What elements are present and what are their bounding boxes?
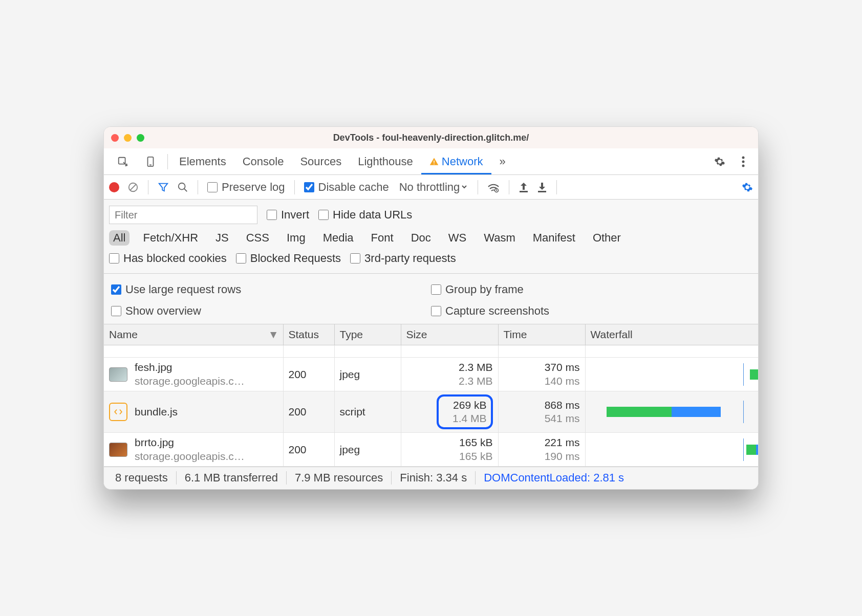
filter-doc[interactable]: Doc [407,230,435,246]
col-time[interactable]: Time [498,324,585,345]
summary-resources: 7.9 MB resources [287,471,391,485]
svg-rect-14 [538,191,546,192]
filter-bar: Invert Hide data URLs All Fetch/XHR JS C… [104,200,758,274]
status-cell: 200 [283,391,334,433]
filter-font[interactable]: Font [367,230,398,246]
status-cell: 200 [283,358,334,391]
waterfall-cell [585,391,758,433]
group-by-frame-checkbox[interactable]: Group by frame [431,279,524,300]
waterfall-cell [585,358,758,391]
disable-cache-checkbox[interactable]: Disable cache [304,181,389,194]
download-har-icon[interactable] [537,182,547,193]
filter-wasm[interactable]: Wasm [480,230,520,246]
third-party-checkbox[interactable]: 3rd-party requests [350,252,456,265]
filter-fetch-xhr[interactable]: Fetch/XHR [139,230,202,246]
upload-har-icon[interactable] [519,182,529,193]
capture-screenshots-checkbox[interactable]: Capture screenshots [431,300,549,322]
col-size[interactable]: Size [401,324,498,345]
summary-requests: 8 requests [107,471,176,485]
type-cell: jpeg [334,358,401,391]
summary-dcl: DOMContentLoaded: 2.81 s [476,471,632,485]
filter-manifest[interactable]: Manifest [529,230,579,246]
summary-bar: 8 requests 6.1 MB transferred 7.9 MB res… [104,467,758,489]
requests-table: Name▼ Status Type Size Time Waterfall fe… [104,324,758,467]
svg-point-6 [742,160,745,163]
clear-button[interactable] [127,182,139,193]
highlighted-size: 269 kB1.4 MB [437,394,493,430]
request-domain: storage.googleapis.c… [135,450,245,463]
more-tabs-button[interactable]: » [491,148,512,174]
window-title: DevTools - foul-heavenly-direction.glitc… [104,133,758,143]
type-cell: jpeg [334,433,401,467]
devtools-window: DevTools - foul-heavenly-direction.glitc… [103,126,759,490]
size-cell: 2.3 MB2.3 MB [401,358,498,391]
table-row[interactable]: fesh.jpgstorage.googleapis.c…200jpeg2.3 … [104,358,758,391]
network-toolbar: Preserve log Disable cache No throttling [104,175,758,200]
col-name[interactable]: Name▼ [104,324,283,345]
preserve-log-checkbox[interactable]: Preserve log [207,181,285,194]
blocked-requests-checkbox[interactable]: Blocked Requests [236,252,341,265]
filter-ws[interactable]: WS [444,230,470,246]
svg-line-11 [184,189,187,192]
panel-tabs: Elements Console Sources Lighthouse Netw… [104,148,758,175]
request-name: bundle.js [135,405,178,419]
col-status[interactable]: Status [283,324,334,345]
filter-other[interactable]: Other [589,230,625,246]
tab-network[interactable]: Network [421,148,491,174]
svg-rect-13 [520,191,528,192]
table-row[interactable]: bundle.js200script269 kB1.4 MB868 ms541 … [104,391,758,433]
svg-line-9 [131,184,136,190]
filter-js[interactable]: JS [211,230,233,246]
time-cell: 370 ms140 ms [498,358,585,391]
tab-sources[interactable]: Sources [292,148,350,174]
search-icon[interactable] [177,182,188,193]
summary-transferred: 6.1 MB transferred [177,471,286,485]
svg-point-10 [179,183,185,190]
size-cell: 269 kB1.4 MB [401,391,498,433]
hide-data-urls-checkbox[interactable]: Hide data URLs [318,208,412,222]
settings-gear-icon[interactable] [706,148,734,174]
waterfall-cell [585,433,758,467]
status-cell: 200 [283,433,334,467]
table-row[interactable]: brrto.jpgstorage.googleapis.c…200jpeg165… [104,433,758,467]
svg-rect-3 [434,161,435,163]
device-toolbar-icon[interactable] [137,148,164,174]
tab-console[interactable]: Console [234,148,292,174]
warning-icon [429,157,439,166]
svg-rect-4 [434,164,435,165]
time-cell: 868 ms541 ms [498,391,585,433]
filter-css[interactable]: CSS [242,230,273,246]
network-settings-gear-icon[interactable] [742,182,753,193]
image-thumbnail-icon [109,443,127,457]
col-waterfall[interactable]: Waterfall [585,324,758,345]
time-cell: 221 ms190 ms [498,433,585,467]
inspect-element-icon[interactable] [109,148,137,174]
type-cell: script [334,391,401,433]
titlebar: DevTools - foul-heavenly-direction.glitc… [104,127,758,148]
filter-media[interactable]: Media [319,230,358,246]
image-thumbnail-icon [109,367,127,382]
invert-checkbox[interactable]: Invert [267,208,309,222]
request-name: brrto.jpg [135,436,245,449]
filter-funnel-icon[interactable] [158,182,169,193]
col-type[interactable]: Type [334,324,401,345]
record-button[interactable] [109,182,119,192]
large-rows-checkbox[interactable]: Use large request rows [111,279,241,300]
filter-img[interactable]: Img [283,230,310,246]
kebab-menu-icon[interactable] [734,148,753,174]
has-blocked-cookies-checkbox[interactable]: Has blocked cookies [109,252,227,265]
tab-elements[interactable]: Elements [171,148,234,174]
script-file-icon [109,403,127,421]
display-options: Use large request rows Show overview Gro… [104,274,758,324]
show-overview-checkbox[interactable]: Show overview [111,300,201,322]
network-conditions-icon[interactable] [487,182,500,193]
svg-point-7 [742,164,745,167]
size-cell: 165 kB165 kB [401,433,498,467]
filter-input[interactable] [109,206,257,224]
tab-lighthouse[interactable]: Lighthouse [350,148,421,174]
sort-caret-icon: ▼ [268,328,279,341]
throttling-select[interactable]: No throttling [397,180,468,194]
type-filter-row: All Fetch/XHR JS CSS Img Media Font Doc … [109,227,753,249]
request-domain: storage.googleapis.c… [135,375,245,388]
filter-all[interactable]: All [109,230,130,246]
